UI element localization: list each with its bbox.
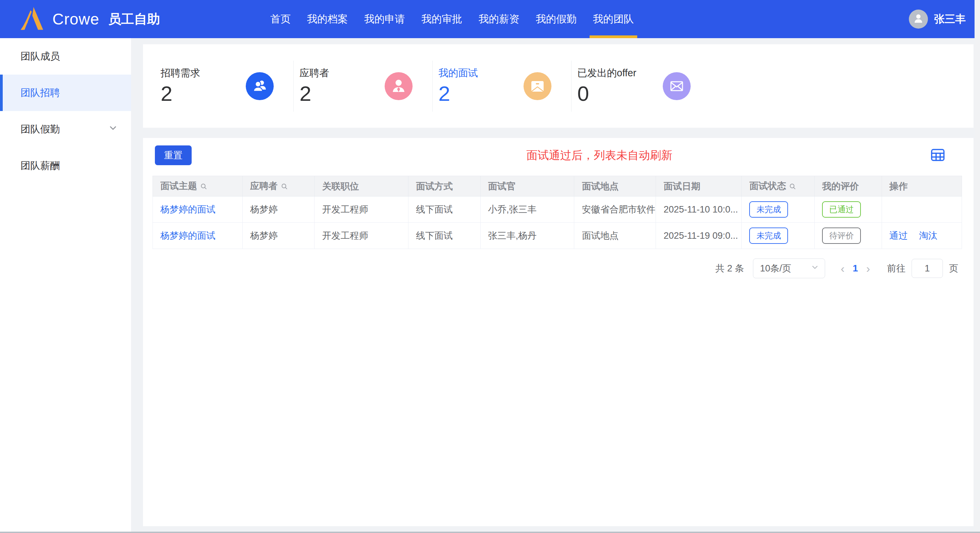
brand-name: Crowe [52, 10, 99, 28]
col-position: 关联职位 [315, 176, 409, 196]
brand-product: 员工自助 [108, 11, 160, 28]
reset-button[interactable]: 重置 [155, 145, 192, 165]
window-bottom-edge [0, 531, 980, 533]
status-badge: 未完成 [749, 228, 788, 244]
cell-candidate: 杨梦婷 [242, 196, 315, 223]
evaluation-badge: 已通过 [822, 201, 861, 218]
stat-candidates[interactable]: 应聘者 2 [294, 61, 433, 112]
prev-page-button[interactable]: ‹ [837, 263, 848, 274]
pagination: 共 2 条 10条/页 ‹ 1 › 前往 页 [155, 259, 968, 278]
top-nav: 首页 我的档案 我的申请 我的审批 我的薪资 我的假勤 我的团队 [262, 0, 642, 38]
stat-value: 2 [299, 81, 329, 105]
chevron-down-icon [108, 123, 118, 136]
chevron-down-icon [810, 263, 819, 274]
page-number-current[interactable]: 1 [848, 263, 863, 274]
col-interviewers: 面试官 [480, 176, 574, 196]
user-icon [912, 12, 925, 26]
col-my-evaluation: 我的评价 [815, 176, 881, 196]
table-grid-icon[interactable] [929, 147, 947, 164]
stat-value: 2 [161, 81, 200, 105]
nav-item-home[interactable]: 首页 [262, 0, 299, 38]
goto-page-input[interactable] [912, 259, 943, 278]
sidebar-item-team-payroll[interactable]: 团队薪酬 [0, 147, 131, 184]
goto-label: 前往 [887, 262, 905, 274]
annotation-text: 面试通过后，列表未自动刷新 [192, 148, 929, 163]
user-name: 张三丰 [934, 12, 966, 26]
nav-item-my-profile[interactable]: 我的档案 [299, 0, 356, 38]
search-icon[interactable] [200, 182, 208, 192]
col-date: 面试日期 [656, 176, 742, 196]
page-size-select[interactable]: 10条/页 [753, 259, 825, 278]
user-avatar [909, 10, 928, 29]
cell-date: 2025-11-10 10:0... [656, 196, 742, 223]
nav-item-my-requests[interactable]: 我的申请 [356, 0, 413, 38]
sidebar-item-label: 团队薪酬 [21, 159, 60, 173]
cell-method: 线下面试 [409, 196, 480, 223]
cell-actions: 通过 淘汰 [881, 223, 962, 249]
stat-value: 2 [438, 81, 478, 105]
nav-item-my-approvals[interactable]: 我的审批 [413, 0, 471, 38]
evaluation-badge: 待评价 [822, 228, 861, 244]
nav-item-my-salary[interactable]: 我的薪资 [471, 0, 528, 38]
next-page-button[interactable]: › [863, 263, 873, 274]
cell-candidate: 杨梦婷 [242, 223, 315, 249]
offer-envelope-icon [663, 72, 690, 100]
crowe-logo-icon [20, 5, 45, 34]
page-size-value: 10条/页 [760, 262, 791, 274]
stat-value: 0 [578, 81, 636, 105]
sidebar-item-team-attendance[interactable]: 团队假勤 [0, 111, 131, 147]
stat-offers-sent[interactable]: 已发出的offer 0 [571, 61, 710, 112]
stat-label: 我的面试 [438, 66, 478, 80]
page-scrollbar[interactable] [975, 0, 980, 533]
sidebar: 团队成员 团队招聘 团队假勤 团队薪酬 [0, 38, 131, 533]
users-icon [246, 72, 274, 100]
col-location: 面试地点 [574, 176, 656, 196]
sidebar-item-team-members[interactable]: 团队成员 [0, 38, 131, 75]
pass-action-link[interactable]: 通过 [889, 231, 908, 241]
sidebar-item-team-recruiting[interactable]: 团队招聘 [0, 75, 131, 111]
eliminate-action-link[interactable]: 淘汰 [919, 231, 937, 241]
user-menu[interactable]: 张三丰 [909, 10, 966, 29]
col-status: 面试状态 [742, 176, 815, 196]
cell-location: 安徽省合肥市软件园 [574, 196, 656, 223]
table-row: 杨梦婷的面试 杨梦婷 开发工程师 线下面试 小乔,张三丰 安徽省合肥市软件园 2… [153, 196, 962, 223]
status-badge: 未完成 [749, 201, 788, 218]
cell-interviewers: 小乔,张三丰 [480, 196, 574, 223]
cell-date: 2025-11-19 09:0... [656, 223, 742, 249]
cell-method: 线下面试 [409, 223, 480, 249]
col-method: 面试方式 [409, 176, 480, 196]
main-content: 招聘需求 2 应聘者 2 [131, 38, 980, 533]
stat-label: 招聘需求 [161, 66, 200, 80]
stat-my-interviews[interactable]: 我的面试 2 [433, 61, 571, 112]
cell-position: 开发工程师 [315, 223, 409, 249]
sidebar-item-label: 团队假勤 [21, 123, 60, 136]
cell-location: 面试地点 [574, 223, 656, 249]
table-row: 杨梦婷的面试 杨梦婷 开发工程师 线下面试 张三丰,杨丹 面试地点 2025-1… [153, 223, 962, 249]
interview-table: 面试主题 应聘者 关联职位 面试方式 面试官 面试地点 面试日期 面试状态 我的… [153, 176, 962, 249]
sidebar-item-label: 团队成员 [21, 50, 60, 63]
search-icon[interactable] [280, 182, 288, 192]
interview-list-panel: 重置 面试通过后，列表未自动刷新 [143, 138, 974, 526]
brand[interactable]: Crowe 员工自助 [20, 5, 160, 34]
stat-recruiting-demands[interactable]: 招聘需求 2 [155, 61, 294, 112]
col-candidate: 应聘者 [242, 176, 315, 196]
interview-mail-icon [523, 72, 552, 100]
cell-interviewers: 张三丰,杨丹 [480, 223, 574, 249]
table-header-row: 面试主题 应聘者 关联职位 面试方式 面试官 面试地点 面试日期 面试状态 我的… [153, 176, 962, 196]
cell-position: 开发工程师 [315, 196, 409, 223]
stat-label: 已发出的offer [578, 66, 636, 80]
nav-item-my-attendance[interactable]: 我的假勤 [528, 0, 585, 38]
pagination-total: 共 2 条 [716, 262, 744, 274]
interview-topic-link[interactable]: 杨梦婷的面试 [160, 231, 215, 241]
app-header: Crowe 员工自助 首页 我的档案 我的申请 我的审批 我的薪资 我的假勤 我… [0, 0, 980, 38]
recruiting-stats-card: 招聘需求 2 应聘者 2 [143, 44, 974, 128]
cell-actions [881, 196, 962, 223]
col-interview-topic: 面试主题 [153, 176, 243, 196]
stat-label: 应聘者 [299, 66, 329, 80]
search-icon[interactable] [789, 182, 797, 192]
goto-unit: 页 [949, 262, 958, 274]
candidate-icon [385, 72, 412, 100]
toolbar: 重置 面试通过后，列表未自动刷新 [155, 145, 968, 165]
nav-item-my-team[interactable]: 我的团队 [585, 0, 642, 38]
interview-topic-link[interactable]: 杨梦婷的面试 [160, 204, 215, 215]
